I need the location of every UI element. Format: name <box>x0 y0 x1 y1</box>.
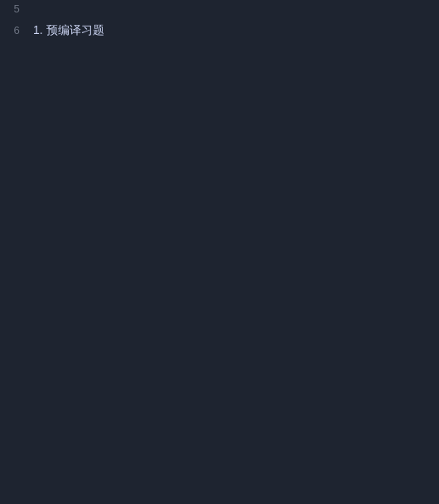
code-container: 5 6 1. 预编译习题 <box>0 0 439 504</box>
line-5: 5 <box>0 0 439 20</box>
code-lines: 5 6 1. 预编译习题 <box>0 0 439 504</box>
line-num-5: 5 <box>0 0 30 20</box>
heading-num: 1. <box>33 23 46 36</box>
line-6: 6 1. 预编译习题 <box>0 20 439 41</box>
line-num-6: 6 <box>0 22 30 41</box>
heading-text: 预编译习题 <box>46 23 104 36</box>
line-content-6: 1. 预编译习题 <box>30 20 439 40</box>
